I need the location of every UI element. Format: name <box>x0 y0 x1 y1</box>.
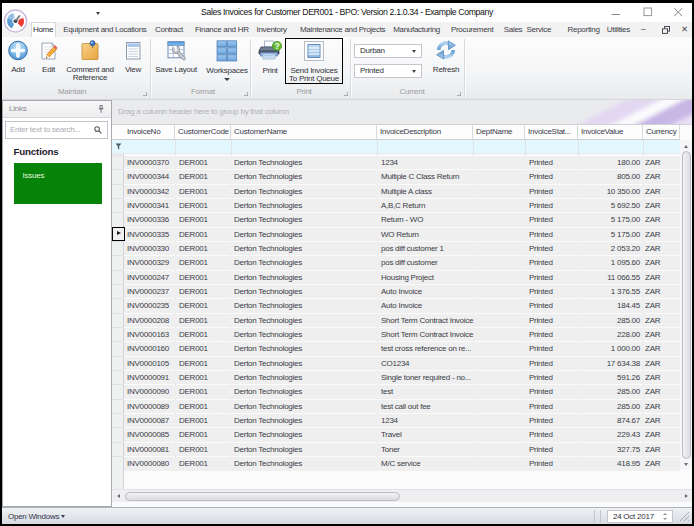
svg-text:?: ? <box>275 41 280 51</box>
